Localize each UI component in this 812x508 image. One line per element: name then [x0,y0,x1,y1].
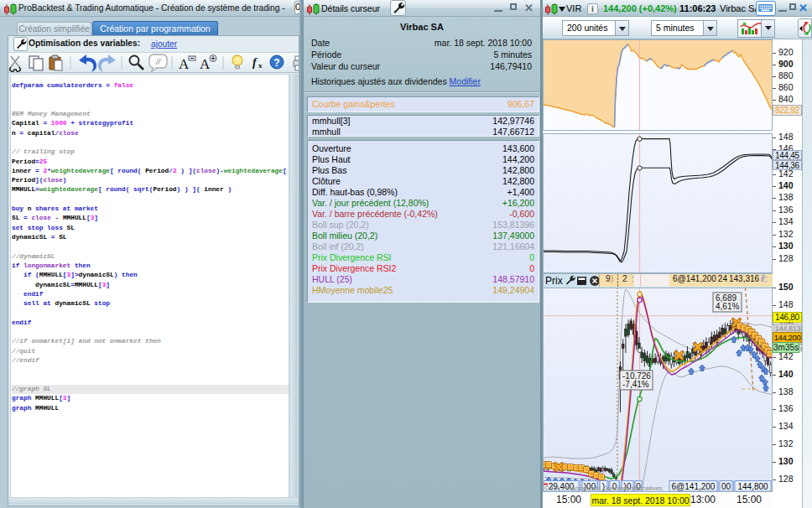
svg-text:?: ? [273,57,279,69]
svg-text:144,800: 144,800 [737,482,768,491]
svg-text:f: f [252,56,258,69]
svg-text:-7,41%: -7,41% [622,380,649,389]
svg-text:x: x [258,61,263,70]
svg-text:4,61%: 4,61% [716,302,739,311]
svg-text:A: A [179,56,190,72]
svg-text:A: A [200,56,211,72]
